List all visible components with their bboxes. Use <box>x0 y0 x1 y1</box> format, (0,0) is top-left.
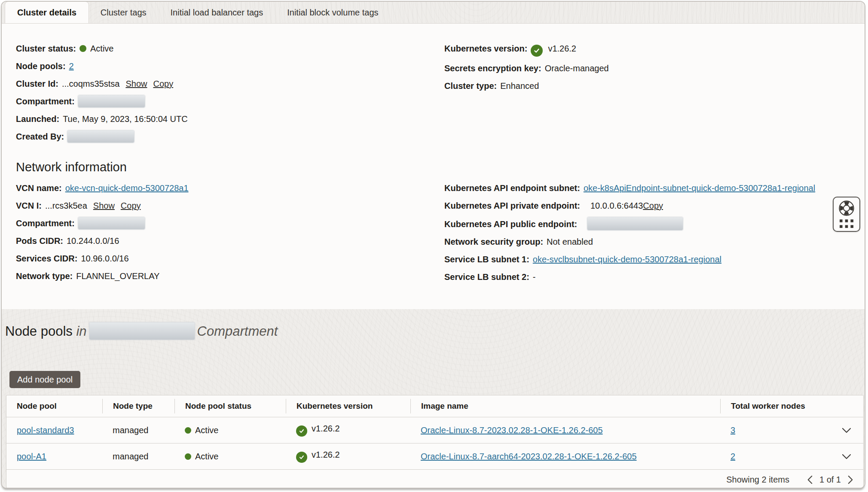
pods-cidr-value: 10.244.0.0/16 <box>67 236 119 246</box>
nsg-label: Network security group: <box>444 237 543 246</box>
next-page-button[interactable] <box>847 474 855 485</box>
showing-items-text: Showing 2 items <box>726 475 789 485</box>
tab-cluster-details[interactable]: Cluster details <box>5 2 89 23</box>
table-row: pool-A1 managed Active v1.26.2 Oracle-Li… <box>6 443 863 469</box>
row-expand-button[interactable] <box>840 426 853 435</box>
lifebuoy-icon <box>838 200 855 216</box>
table-footer: Showing 2 items 1 of 1 <box>6 469 863 489</box>
tab-initial-block-volume-tags[interactable]: Initial block volume tags <box>275 2 390 23</box>
field-api-endpoint-subnet: Kubernetes API endpoint subnet:oke-k8sAp… <box>444 182 865 194</box>
page-indicator: 1 of 1 <box>819 475 841 485</box>
header-total-worker-nodes: Total worker nodes <box>720 399 864 413</box>
chevron-right-icon <box>847 475 854 484</box>
node-pools-heading-compartment: Compartment <box>197 324 278 339</box>
total-worker-nodes-link[interactable]: 2 <box>730 452 735 462</box>
node-pools-heading: Node pools inCompartment <box>5 322 865 341</box>
api-endpoint-subnet-link[interactable]: oke-k8sApiEndpoint-subnet-quick-demo-530… <box>584 183 815 193</box>
lb-subnet2-label: Service LB subnet 2: <box>444 272 529 282</box>
table-row: pool-standard3 managed Active v1.26.2 Or… <box>6 417 863 443</box>
network-type-label: Network type: <box>16 271 73 281</box>
cluster-id-copy-link[interactable]: Copy <box>153 79 173 88</box>
tab-label: Initial load balancer tags <box>171 8 263 18</box>
vcn-id-show-link[interactable]: Show <box>93 201 115 210</box>
check-circle-icon <box>296 425 307 437</box>
tab-bar: Cluster details Cluster tags Initial loa… <box>2 2 865 23</box>
field-cluster-status: Cluster status:Active <box>16 43 444 55</box>
total-worker-nodes-link[interactable]: 3 <box>730 425 735 435</box>
cluster-id-show-link[interactable]: Show <box>125 79 147 88</box>
field-service-lb-subnet-1: Service LB subnet 1:oke-svclbsubnet-quic… <box>444 253 865 265</box>
services-cidr-value: 10.96.0.0/16 <box>81 254 128 263</box>
help-button[interactable] <box>838 200 855 216</box>
chevron-down-icon <box>842 428 851 433</box>
vcn-id-label: VCN I: <box>16 201 42 210</box>
node-pool-name-link[interactable]: pool-standard3 <box>17 425 74 435</box>
tab-initial-load-balancer-tags[interactable]: Initial load balancer tags <box>159 2 275 23</box>
apps-grid-button[interactable] <box>840 219 853 228</box>
api-endpoint-subnet-label: Kubernetes API endpoint subnet: <box>444 183 580 193</box>
header-kubernetes-version: Kubernetes version <box>286 399 410 413</box>
api-public-endpoint-label: Kubernetes API public endpoint: <box>444 219 577 229</box>
kubernetes-version-text: v1.26.2 <box>312 450 340 459</box>
field-vcn-name: VCN name:oke-vcn-quick-demo-5300728a1 <box>16 182 444 194</box>
field-network-type: Network type:FLANNEL_OVERLAY <box>16 270 444 282</box>
details-right-column: Kubernetes version:v1.26.2 Secrets encry… <box>444 43 865 97</box>
table-header-row: Node pool Node type Node pool status Kub… <box>6 395 863 417</box>
cluster-type-value: Enhanced <box>500 81 539 91</box>
services-cidr-label: Services CIDR: <box>16 254 77 263</box>
vcn-id-value: ...rcs3k5ea <box>45 201 87 210</box>
secrets-key-label: Secrets encryption key: <box>444 64 541 73</box>
chevron-left-icon <box>807 475 813 484</box>
vcn-name-label: VCN name: <box>16 183 62 193</box>
image-name-link[interactable]: Oracle-Linux-8.7-aarch64-2023.02.28-1-OK… <box>421 452 637 461</box>
field-vcn-id: VCN I:...rcs3k5eaShowCopy <box>16 200 444 212</box>
cluster-status-label: Cluster status: <box>16 44 76 53</box>
tab-cluster-tags[interactable]: Cluster tags <box>89 2 159 23</box>
field-kubernetes-version: Kubernetes version:v1.26.2 <box>444 43 865 57</box>
check-circle-icon <box>531 45 543 57</box>
cluster-details-card: Cluster details Cluster tags Initial loa… <box>1 1 865 489</box>
lb-subnet2-value: - <box>533 272 536 282</box>
api-private-endpoint-copy-link[interactable]: Copy <box>643 201 663 210</box>
status-dot-icon <box>185 427 191 434</box>
field-services-cidr: Services CIDR:10.96.0.0/16 <box>16 252 444 264</box>
compartment-label: Compartment: <box>16 97 75 106</box>
row-expand-button[interactable] <box>840 452 853 461</box>
redacted-compartment-value <box>78 95 145 107</box>
lb-subnet1-link[interactable]: oke-svclbsubnet-quick-demo-5300728a1-reg… <box>533 255 721 264</box>
previous-page-button[interactable] <box>806 474 814 485</box>
node-pools-table: Node pool Node type Node pool status Kub… <box>6 395 864 489</box>
cluster-id-label: Cluster Id: <box>16 79 58 88</box>
field-pods-cidr: Pods CIDR:10.244.0.0/16 <box>16 235 444 247</box>
lb-subnet1-label: Service LB subnet 1: <box>444 255 529 264</box>
node-pools-count-link[interactable]: 2 <box>69 61 74 71</box>
pods-cidr-label: Pods CIDR: <box>16 236 63 246</box>
field-vcn-compartment: Compartment: <box>16 217 444 229</box>
header-node-type: Node type <box>102 399 174 413</box>
cluster-details-panel: Cluster status:Active Node pools:2 Clust… <box>2 23 865 309</box>
kubernetes-version-label: Kubernetes version: <box>444 44 527 53</box>
node-pool-status-cell: Active <box>174 425 286 435</box>
node-pools-section: Node pools inCompartment Add node pool N… <box>2 309 865 489</box>
add-node-pool-button[interactable]: Add node pool <box>9 371 80 388</box>
network-right-column: Kubernetes API endpoint subnet:oke-k8sAp… <box>444 182 865 289</box>
grid-icon <box>840 219 853 228</box>
launched-value: Tue, May 9, 2023, 16:50:04 UTC <box>63 114 188 124</box>
vcn-id-copy-link[interactable]: Copy <box>121 201 141 210</box>
node-type-cell: managed <box>102 425 174 435</box>
image-name-link[interactable]: Oracle-Linux-8.7-2023.02.28-1-OKE-1.26.2… <box>421 425 603 435</box>
node-pool-name-link[interactable]: pool-A1 <box>17 452 46 461</box>
kubernetes-version-cell: v1.26.2 <box>286 450 410 463</box>
field-cluster-type: Cluster type:Enhanced <box>444 80 865 92</box>
vcn-name-link[interactable]: oke-vcn-quick-demo-5300728a1 <box>65 183 189 193</box>
cluster-status-value: Active <box>90 44 113 53</box>
status-dot-icon <box>79 45 86 52</box>
redacted-created-by-value <box>67 131 134 143</box>
status-text: Active <box>195 452 218 461</box>
tab-label: Cluster details <box>17 8 76 18</box>
field-compartment: Compartment: <box>16 95 444 107</box>
chevron-down-icon <box>842 454 851 459</box>
pagination: 1 of 1 <box>806 474 855 485</box>
api-private-endpoint-value: 10.0.0.6:6443 <box>590 201 643 210</box>
node-type-cell: managed <box>102 452 174 462</box>
